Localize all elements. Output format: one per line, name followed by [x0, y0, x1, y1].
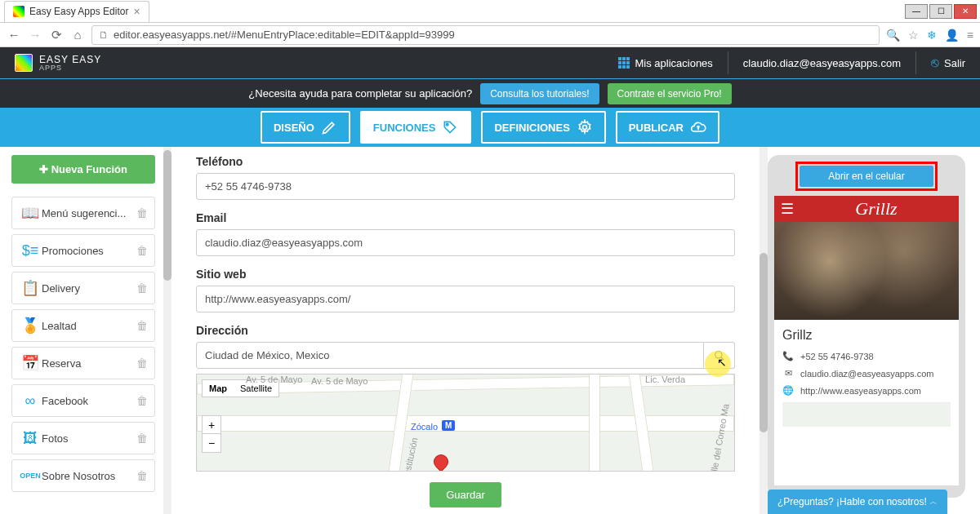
app-preview-screen: ☰ Grillz Grillz 📞+52 55 4746-9738 ✉claud… — [774, 196, 959, 485]
map-zoom-control: + − — [202, 415, 221, 453]
app-header: EASY EASY APPS Mis aplicaciones claudio.… — [0, 47, 980, 78]
trash-icon[interactable]: 🗑 — [136, 319, 148, 332]
phone-label: Teléfono — [196, 155, 735, 168]
dollar-list-icon: $≡ — [19, 242, 42, 259]
metro-icon: M — [442, 420, 455, 431]
svg-point-2 — [715, 351, 721, 357]
tab-close-icon[interactable]: × — [133, 5, 140, 18]
phone-input[interactable] — [196, 173, 735, 200]
my-apps-link[interactable]: Mis aplicaciones — [618, 57, 712, 69]
tab-definitions[interactable]: DEFINICIONES — [481, 111, 605, 144]
street-label: Lic. Verda — [645, 374, 685, 384]
address-search-button[interactable] — [704, 342, 735, 369]
map-widget[interactable]: Map Satellite + − Av. 5 de Mayo Av. 5 de… — [196, 374, 735, 472]
preview-website-row[interactable]: 🌐http://www.easyeasyapps.com — [782, 385, 951, 396]
trash-icon[interactable]: 🗑 — [136, 357, 148, 370]
phone-field-group: Teléfono — [196, 155, 735, 200]
trash-icon[interactable]: 🗑 — [136, 281, 148, 295]
tab-functions[interactable]: FUNCIONES — [360, 111, 472, 144]
website-input[interactable] — [196, 286, 735, 312]
map-tab-map[interactable]: Map — [203, 380, 234, 397]
trash-icon[interactable]: 🗑 — [136, 394, 148, 407]
profile-icon[interactable]: 👤 — [945, 29, 959, 42]
sidebar-item-promos[interactable]: $≡Promociones🗑 — [11, 234, 155, 267]
window-minimize[interactable]: — — [905, 4, 928, 19]
brand-logo[interactable]: EASY EASY APPS — [15, 54, 101, 72]
reload-icon[interactable]: ⟳ — [49, 28, 64, 42]
address-input[interactable] — [196, 342, 704, 369]
email-input[interactable] — [196, 229, 735, 256]
tab-favicon — [13, 6, 24, 17]
zoom-icon[interactable]: 🔍 — [886, 29, 900, 42]
open-in-phone-button[interactable]: Abrir en el celular — [800, 166, 933, 187]
preview-phone-row[interactable]: 📞+52 55 4746-9738 — [782, 351, 951, 361]
save-bar: Guardar — [172, 482, 760, 507]
sidebar-item-booking[interactable]: 📅Reserva🗑 — [11, 347, 155, 379]
hamburger-icon[interactable]: ☰ — [781, 200, 794, 218]
browser-tab[interactable]: Easy Easy Apps Editor × — [4, 1, 149, 22]
zoom-in-button[interactable]: + — [203, 416, 220, 434]
sidebar-scrollbar[interactable] — [163, 147, 172, 514]
pro-service-button[interactable]: Contrate el servicio Pro! — [608, 83, 732, 104]
help-prompt: ¿Necesita ayuda para completar su aplica… — [248, 87, 472, 100]
phone-preview: Abrir en el celular ☰ Grillz Grillz 📞+52… — [768, 155, 965, 498]
street-label: Av. 5 de Mayo — [246, 374, 302, 384]
exit-icon: ⎋ — [931, 55, 939, 70]
preview-hero-image — [774, 222, 959, 320]
trash-icon[interactable]: 🗑 — [136, 244, 148, 257]
sidebar-item-about[interactable]: OPENSobre Nosotros🗑 — [11, 459, 155, 492]
apps-grid-icon — [618, 57, 630, 69]
zoom-out-button[interactable]: − — [203, 434, 220, 452]
ext-icon[interactable]: ❄ — [927, 29, 937, 42]
share-icon: ∞ — [19, 392, 42, 410]
clipboard-icon: 📋 — [19, 279, 42, 297]
new-function-button[interactable]: ✚ Nueva Función — [11, 155, 155, 184]
user-email-link[interactable]: claudio.diaz@easyeasyapps.com — [743, 57, 901, 69]
main-form: Teléfono Email Sitio web Dirección — [172, 147, 760, 514]
gear-icon — [577, 119, 593, 135]
website-field-group: Sitio web — [196, 268, 735, 312]
window-close[interactable]: ✕ — [954, 4, 977, 19]
tab-design[interactable]: DISEÑO — [261, 111, 350, 144]
save-button[interactable]: Guardar — [430, 482, 501, 507]
email-label: Email — [196, 211, 735, 224]
highlight-box: Abrir en el celular — [795, 162, 938, 191]
trash-icon[interactable]: 🗑 — [136, 469, 148, 482]
sidebar-item-delivery[interactable]: 📋Delivery🗑 — [11, 272, 155, 304]
sidebar-item-facebook[interactable]: ∞Facebook🗑 — [11, 384, 155, 417]
chat-widget[interactable]: ¿Preguntas? ¡Hable con nosotros! ︿ — [768, 490, 947, 514]
globe-icon: 🌐 — [782, 385, 794, 396]
tutorials-button[interactable]: Consulta los tutoriales! — [480, 83, 599, 104]
preview-body: Grillz 📞+52 55 4746-9738 ✉claudio.diaz@e… — [774, 320, 959, 485]
tag-icon — [442, 119, 458, 135]
sidebar-item-photos[interactable]: 🖼Fotos🗑 — [11, 422, 155, 454]
poi-label: Zócalo — [411, 422, 438, 432]
sidebar-item-menu[interactable]: 📖Menú sugerenci...🗑 — [11, 197, 155, 229]
tab-publish[interactable]: PUBLICAR — [616, 111, 719, 144]
browser-tab-bar: Easy Easy Apps Editor × — ☐ ✕ — [0, 0, 980, 23]
main-nav-tabs: DISEÑO FUNCIONES DEFINICIONES PUBLICAR — [0, 108, 980, 147]
back-icon[interactable]: ← — [7, 28, 21, 42]
trash-icon[interactable]: 🗑 — [136, 432, 148, 445]
function-list: 📖Menú sugerenci...🗑 $≡Promociones🗑 📋Deli… — [11, 197, 155, 492]
help-bar: ¿Necesita ayuda para completar su aplica… — [0, 78, 980, 108]
sidebar-item-loyalty[interactable]: 🏅Lealtad🗑 — [11, 309, 155, 342]
workspace: ✚ Nueva Función 📖Menú sugerenci...🗑 $≡Pr… — [0, 147, 980, 514]
preview-header: ☰ Grillz — [774, 196, 959, 222]
url-field[interactable]: 🗋 editor.easyeasyapps.net/#MenuEntryPlac… — [91, 25, 880, 45]
home-icon[interactable]: ⌂ — [70, 28, 85, 42]
bookmark-icon[interactable]: ☆ — [908, 29, 919, 42]
sidebar: ✚ Nueva Función 📖Menú sugerenci...🗑 $≡Pr… — [0, 147, 163, 514]
main-scrollbar[interactable] — [760, 147, 768, 514]
preview-email-row[interactable]: ✉claudio.diaz@easyeasyapps.com — [782, 368, 951, 379]
trash-icon[interactable]: 🗑 — [136, 206, 148, 219]
preview-mini-map[interactable] — [782, 402, 951, 427]
forward-icon[interactable]: → — [28, 28, 42, 42]
brush-icon — [321, 119, 337, 135]
website-label: Sitio web — [196, 268, 735, 281]
menu-icon[interactable]: ≡ — [967, 29, 973, 42]
svg-point-1 — [582, 126, 586, 130]
search-icon — [714, 350, 725, 361]
window-maximize[interactable]: ☐ — [929, 4, 952, 19]
logout-link[interactable]: ⎋ Salir — [931, 55, 965, 70]
